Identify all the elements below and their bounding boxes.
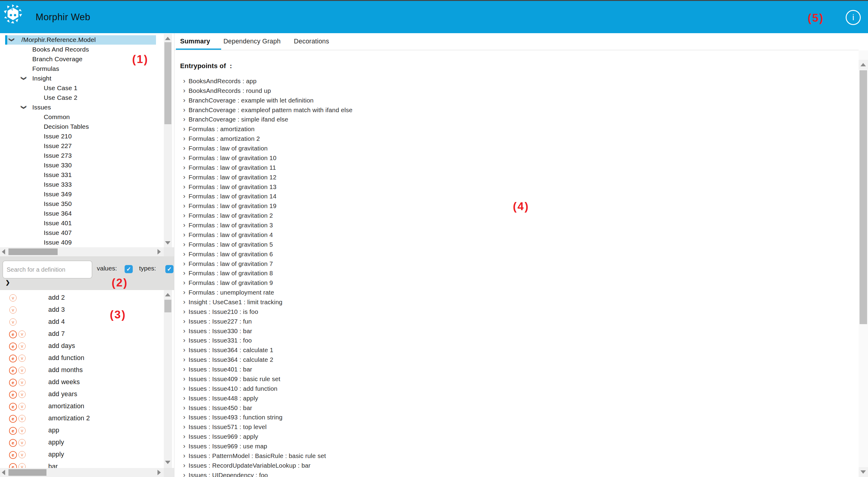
definition-item[interactable]: evapp	[0, 424, 164, 436]
definition-item[interactable]: evadd years	[0, 388, 164, 400]
tree-item[interactable]: Use Case 2	[0, 93, 164, 102]
scroll-up-arrow-icon[interactable]	[165, 293, 170, 296]
entrypoint-row[interactable]: ›Formulas : law of gravitation 19	[174, 201, 838, 211]
definition-item[interactable]: evadd 7	[0, 328, 164, 340]
entrypoint-row[interactable]: ›Issues : Issue450 : bar	[174, 403, 838, 412]
tree-item[interactable]: Issue 409	[0, 237, 164, 247]
values-checkbox[interactable]: ✓	[125, 265, 133, 273]
chevron-down-icon[interactable]	[22, 102, 28, 112]
main-scroll-thumb[interactable]	[860, 70, 867, 324]
definition-item[interactable]: evapply	[0, 449, 164, 460]
tree-item[interactable]: Common	[0, 112, 164, 122]
definition-item[interactable]: evadd function	[0, 352, 164, 363]
definition-item[interactable]: evbar	[0, 461, 164, 468]
entrypoint-row[interactable]: ›Issues : Issue448 : apply	[174, 393, 838, 403]
tree-item[interactable]: Issue 333	[0, 180, 164, 189]
tree-item[interactable]: Issue 227	[0, 141, 164, 151]
entrypoint-row[interactable]: ›Issues : Issue401 : bar	[174, 364, 838, 374]
entrypoint-row[interactable]: ›Formulas : law of gravitation 11	[174, 163, 838, 172]
chevron-down-icon[interactable]	[22, 73, 28, 83]
entrypoint-row[interactable]: ›Formulas : law of gravitation 6	[174, 249, 838, 259]
tree-item[interactable]: Insight	[0, 73, 164, 83]
scroll-up-arrow-button[interactable]	[859, 60, 868, 70]
tree-item[interactable]: /Morphir.Reference.Model	[0, 35, 164, 44]
entrypoint-row[interactable]: ›Issues : Issue364 : calculate 2	[174, 355, 838, 364]
entrypoint-row[interactable]: ›Formulas : law of gravitation 12	[174, 172, 838, 182]
scroll-left-arrow-icon[interactable]	[2, 470, 5, 475]
definition-item[interactable]: evadd months	[0, 364, 164, 376]
definition-item[interactable]: evadd weeks	[0, 376, 164, 388]
tree-item[interactable]: Issue 330	[0, 160, 164, 170]
tree-item[interactable]: Issue 364	[0, 209, 164, 218]
tree-item[interactable]: Issue 210	[0, 131, 164, 141]
definition-item[interactable]: evapply	[0, 437, 164, 448]
chevron-down-icon[interactable]	[9, 35, 16, 44]
definition-scroll-thumb[interactable]	[164, 300, 172, 312]
tree-vertical-scrollbar[interactable]	[164, 34, 172, 247]
tree-item[interactable]: Issue 349	[0, 189, 164, 199]
entrypoint-row[interactable]: ›Formulas : amortization 2	[174, 134, 838, 143]
definition-item[interactable]: evamortization	[0, 401, 164, 412]
entrypoint-row[interactable]: ›BooksAndRecords : round up	[174, 86, 838, 95]
entrypoint-row[interactable]: ›Issues : PatternModel : BasicRule : bas…	[174, 451, 838, 460]
entrypoint-row[interactable]: ›Issues : Issue227 : fun	[174, 317, 838, 326]
tree-item[interactable]: Issue 407	[0, 228, 164, 237]
tree-hscroll-thumb[interactable]	[8, 249, 58, 255]
entrypoint-row[interactable]: ›Issues : UIDependency : foo	[174, 470, 838, 477]
definition-item[interactable]: vadd 2	[0, 292, 164, 303]
entrypoint-row[interactable]: ›Issues : Issue571 : top level	[174, 422, 838, 432]
tree-scroll-thumb[interactable]	[164, 42, 172, 124]
entrypoint-row[interactable]: ›Issues : Issue969 : use map	[174, 441, 838, 451]
tree-item[interactable]: Issue 401	[0, 218, 164, 228]
entrypoint-row[interactable]: ›Formulas : law of gravitation 4	[174, 230, 838, 240]
definition-horizontal-scrollbar[interactable]	[0, 468, 164, 477]
entrypoint-row[interactable]: ›Formulas : law of gravitation 8	[174, 268, 838, 278]
types-checkbox[interactable]: ✓	[165, 265, 174, 273]
scroll-right-arrow-icon[interactable]	[157, 470, 161, 475]
tree-item[interactable]: Issue 273	[0, 151, 164, 160]
entrypoint-row[interactable]: ›Issues : Issue210 : is foo	[174, 307, 838, 316]
definition-item[interactable]: evadd days	[0, 340, 164, 352]
definition-hscroll-thumb[interactable]	[8, 469, 46, 476]
entrypoint-row[interactable]: ›Issues : Issue969 : apply	[174, 432, 838, 441]
scroll-up-arrow-icon[interactable]	[165, 37, 170, 40]
scroll-down-arrow-icon[interactable]	[165, 461, 170, 464]
tab-decorations[interactable]: Decorations	[294, 38, 329, 45]
tree-item[interactable]: Use Case 1	[0, 83, 164, 93]
tab-summary[interactable]: Summary	[180, 38, 210, 45]
scroll-left-arrow-icon[interactable]	[2, 249, 5, 254]
tree-item[interactable]: Decision Tables	[0, 122, 164, 131]
entrypoint-row[interactable]: ›Formulas : amortization	[174, 124, 838, 134]
tab-dependency-graph[interactable]: Dependency Graph	[223, 38, 281, 45]
entrypoint-row[interactable]: ›Formulas : law of gravitation 13	[174, 182, 838, 191]
search-input[interactable]	[2, 260, 92, 279]
entrypoint-row[interactable]: ›BranchCoverage : exampleof pattern matc…	[174, 105, 838, 115]
entrypoint-row[interactable]: ›Formulas : law of gravitation	[174, 144, 838, 153]
entrypoint-row[interactable]: ›Issues : Issue330 : bar	[174, 326, 838, 336]
entrypoint-row[interactable]: ›Formulas : law of gravitation 5	[174, 240, 838, 249]
entrypoint-row[interactable]: ›Insight : UseCase1 : limit tracking	[174, 297, 838, 307]
tree-horizontal-scrollbar[interactable]	[0, 247, 164, 256]
scroll-down-arrow-icon[interactable]	[165, 241, 170, 245]
entrypoint-row[interactable]: ›Formulas : unemployment rate	[174, 288, 838, 297]
entrypoint-row[interactable]: ›Issues : Issue410 : add function	[174, 384, 838, 393]
entrypoint-row[interactable]: ›Issues : Issue331 : foo	[174, 336, 838, 345]
entrypoint-row[interactable]: ›Formulas : law of gravitation 7	[174, 259, 838, 268]
entrypoint-row[interactable]: ›Issues : Issue409 : basic rule set	[174, 374, 838, 384]
entrypoint-row[interactable]: ›Formulas : law of gravitation 2	[174, 211, 838, 220]
entrypoint-row[interactable]: ›Formulas : law of gravitation 9	[174, 278, 838, 287]
entrypoint-row[interactable]: ›BranchCoverage : example with let defin…	[174, 96, 838, 105]
main-vertical-scrollbar[interactable]	[859, 50, 868, 477]
tree-item[interactable]: Issue 331	[0, 170, 164, 180]
tree-item[interactable]: Issue 350	[0, 199, 164, 209]
tree-item[interactable]: Issues	[0, 102, 164, 112]
entrypoint-row[interactable]: ›Formulas : law of gravitation 14	[174, 191, 838, 201]
scroll-down-arrow-button[interactable]	[859, 467, 868, 477]
expander-chevron-icon[interactable]: ❯	[5, 279, 10, 286]
definition-list-vertical-scrollbar[interactable]	[164, 290, 172, 468]
entrypoint-row[interactable]: ›Formulas : law of gravitation 10	[174, 153, 838, 162]
entrypoint-row[interactable]: ›BranchCoverage : simple ifand else	[174, 115, 838, 124]
definition-item[interactable]: vadd 3	[0, 304, 164, 315]
entrypoint-row[interactable]: ›BooksAndRecords : app	[174, 76, 838, 86]
entrypoint-row[interactable]: ›Issues : Issue493 : function string	[174, 412, 838, 422]
